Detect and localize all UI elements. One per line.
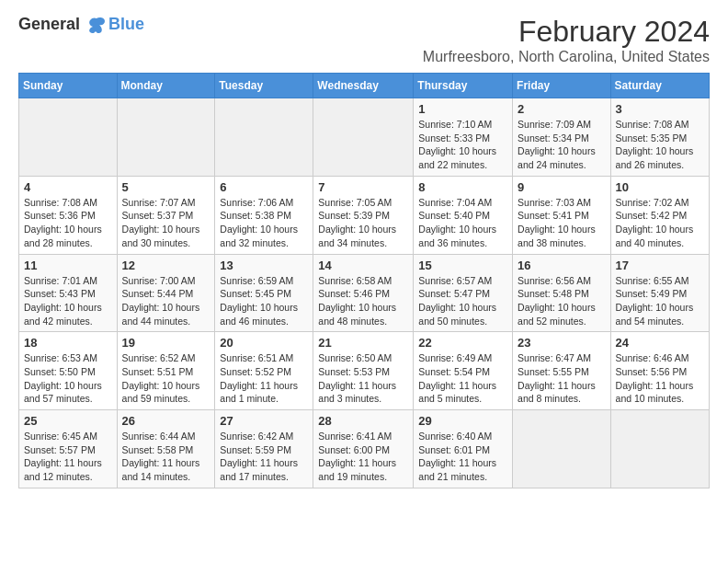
day-header-monday: Monday bbox=[117, 74, 215, 98]
day-number: 24 bbox=[616, 336, 704, 350]
day-header-wednesday: Wednesday bbox=[313, 74, 414, 98]
calendar-cell: 4Sunrise: 7:08 AMSunset: 5:36 PMDaylight… bbox=[19, 176, 118, 254]
day-header-friday: Friday bbox=[513, 74, 611, 98]
day-detail: Sunrise: 7:08 AMSunset: 5:35 PMDaylight:… bbox=[616, 118, 704, 172]
calendar-cell: 16Sunrise: 6:56 AMSunset: 5:48 PMDayligh… bbox=[513, 254, 611, 332]
day-detail: Sunrise: 7:01 AMSunset: 5:43 PMDaylight:… bbox=[24, 274, 112, 328]
calendar-cell: 28Sunrise: 6:41 AMSunset: 6:00 PMDayligh… bbox=[313, 410, 414, 488]
day-number: 10 bbox=[616, 180, 704, 194]
day-header-tuesday: Tuesday bbox=[215, 74, 313, 98]
calendar-cell: 6Sunrise: 7:06 AMSunset: 5:38 PMDaylight… bbox=[215, 176, 313, 254]
calendar-cell: 22Sunrise: 6:49 AMSunset: 5:54 PMDayligh… bbox=[414, 332, 513, 410]
day-number: 19 bbox=[122, 336, 210, 350]
logo: General Blue bbox=[18, 15, 144, 35]
calendar-week-3: 11Sunrise: 7:01 AMSunset: 5:43 PMDayligh… bbox=[19, 254, 710, 332]
day-detail: Sunrise: 7:10 AMSunset: 5:33 PMDaylight:… bbox=[418, 118, 507, 172]
day-detail: Sunrise: 7:05 AMSunset: 5:39 PMDaylight:… bbox=[318, 196, 408, 250]
day-number: 6 bbox=[220, 180, 308, 194]
day-number: 25 bbox=[24, 414, 112, 428]
day-number: 20 bbox=[220, 336, 308, 350]
day-number: 17 bbox=[616, 259, 704, 272]
day-detail: Sunrise: 7:04 AMSunset: 5:40 PMDaylight:… bbox=[418, 196, 507, 250]
day-number: 8 bbox=[418, 180, 507, 194]
day-number: 23 bbox=[518, 336, 606, 350]
page-subtitle: Murfreesboro, North Carolina, United Sta… bbox=[423, 49, 710, 65]
day-number: 26 bbox=[122, 414, 210, 428]
logo-general: General bbox=[18, 15, 80, 33]
calendar-cell: 27Sunrise: 6:42 AMSunset: 5:59 PMDayligh… bbox=[215, 410, 313, 488]
day-number: 4 bbox=[24, 180, 112, 194]
day-detail: Sunrise: 7:07 AMSunset: 5:37 PMDaylight:… bbox=[122, 196, 210, 250]
calendar-cell: 13Sunrise: 6:59 AMSunset: 5:45 PMDayligh… bbox=[215, 254, 313, 332]
day-number: 27 bbox=[220, 414, 308, 428]
day-detail: Sunrise: 7:03 AMSunset: 5:41 PMDaylight:… bbox=[518, 196, 606, 250]
day-header-thursday: Thursday bbox=[414, 74, 513, 98]
day-number: 2 bbox=[518, 102, 606, 116]
calendar-cell: 20Sunrise: 6:51 AMSunset: 5:52 PMDayligh… bbox=[215, 332, 313, 410]
calendar-cell: 11Sunrise: 7:01 AMSunset: 5:43 PMDayligh… bbox=[19, 254, 118, 332]
calendar-cell bbox=[313, 98, 414, 177]
calendar-cell: 1Sunrise: 7:10 AMSunset: 5:33 PMDaylight… bbox=[414, 98, 513, 177]
day-detail: Sunrise: 6:41 AMSunset: 6:00 PMDaylight:… bbox=[318, 430, 408, 484]
day-detail: Sunrise: 6:51 AMSunset: 5:52 PMDaylight:… bbox=[220, 351, 308, 406]
calendar-week-5: 25Sunrise: 6:45 AMSunset: 5:57 PMDayligh… bbox=[19, 410, 710, 488]
day-number: 9 bbox=[518, 180, 606, 194]
day-number: 15 bbox=[418, 259, 507, 272]
day-detail: Sunrise: 6:59 AMSunset: 5:45 PMDaylight:… bbox=[220, 274, 308, 328]
day-detail: Sunrise: 6:50 AMSunset: 5:53 PMDaylight:… bbox=[318, 351, 408, 406]
calendar-cell bbox=[19, 98, 118, 177]
day-detail: Sunrise: 6:57 AMSunset: 5:47 PMDaylight:… bbox=[418, 274, 507, 328]
day-detail: Sunrise: 6:45 AMSunset: 5:57 PMDaylight:… bbox=[24, 430, 112, 484]
calendar-cell: 10Sunrise: 7:02 AMSunset: 5:42 PMDayligh… bbox=[610, 176, 709, 254]
logo-bird-icon bbox=[86, 15, 107, 35]
logo-blue: Blue bbox=[108, 15, 144, 34]
day-detail: Sunrise: 6:52 AMSunset: 5:51 PMDaylight:… bbox=[122, 351, 210, 406]
day-number: 16 bbox=[518, 259, 606, 272]
calendar-cell: 18Sunrise: 6:53 AMSunset: 5:50 PMDayligh… bbox=[19, 332, 118, 410]
calendar-cell: 5Sunrise: 7:07 AMSunset: 5:37 PMDaylight… bbox=[117, 176, 215, 254]
calendar-cell: 9Sunrise: 7:03 AMSunset: 5:41 PMDaylight… bbox=[513, 176, 611, 254]
calendar-week-1: 1Sunrise: 7:10 AMSunset: 5:33 PMDaylight… bbox=[19, 98, 710, 177]
day-detail: Sunrise: 6:47 AMSunset: 5:55 PMDaylight:… bbox=[518, 351, 606, 406]
day-detail: Sunrise: 6:44 AMSunset: 5:58 PMDaylight:… bbox=[122, 430, 210, 484]
day-detail: Sunrise: 6:46 AMSunset: 5:56 PMDaylight:… bbox=[616, 351, 704, 406]
calendar-cell bbox=[610, 410, 709, 488]
day-number: 14 bbox=[318, 259, 408, 272]
calendar-table: SundayMondayTuesdayWednesdayThursdayFrid… bbox=[18, 73, 710, 488]
calendar-cell bbox=[513, 410, 611, 488]
calendar-cell: 24Sunrise: 6:46 AMSunset: 5:56 PMDayligh… bbox=[610, 332, 709, 410]
calendar-cell bbox=[117, 98, 215, 177]
calendar-cell: 17Sunrise: 6:55 AMSunset: 5:49 PMDayligh… bbox=[610, 254, 709, 332]
day-detail: Sunrise: 7:02 AMSunset: 5:42 PMDaylight:… bbox=[616, 196, 704, 250]
day-header-sunday: Sunday bbox=[19, 74, 118, 98]
day-header-saturday: Saturday bbox=[610, 74, 709, 98]
calendar-cell: 3Sunrise: 7:08 AMSunset: 5:35 PMDaylight… bbox=[610, 98, 709, 177]
calendar-cell: 8Sunrise: 7:04 AMSunset: 5:40 PMDaylight… bbox=[414, 176, 513, 254]
calendar-cell: 7Sunrise: 7:05 AMSunset: 5:39 PMDaylight… bbox=[313, 176, 414, 254]
calendar-week-4: 18Sunrise: 6:53 AMSunset: 5:50 PMDayligh… bbox=[19, 332, 710, 410]
day-number: 11 bbox=[24, 259, 112, 272]
day-number: 22 bbox=[418, 336, 507, 350]
day-number: 5 bbox=[122, 180, 210, 194]
day-detail: Sunrise: 7:00 AMSunset: 5:44 PMDaylight:… bbox=[122, 274, 210, 328]
calendar-cell: 23Sunrise: 6:47 AMSunset: 5:55 PMDayligh… bbox=[513, 332, 611, 410]
calendar-cell: 19Sunrise: 6:52 AMSunset: 5:51 PMDayligh… bbox=[117, 332, 215, 410]
page-title: February 2024 bbox=[423, 15, 710, 49]
day-number: 7 bbox=[318, 180, 408, 194]
day-number: 13 bbox=[220, 259, 308, 272]
calendar-cell: 15Sunrise: 6:57 AMSunset: 5:47 PMDayligh… bbox=[414, 254, 513, 332]
day-detail: Sunrise: 6:55 AMSunset: 5:49 PMDaylight:… bbox=[616, 274, 704, 328]
calendar-cell: 26Sunrise: 6:44 AMSunset: 5:58 PMDayligh… bbox=[117, 410, 215, 488]
calendar-week-2: 4Sunrise: 7:08 AMSunset: 5:36 PMDaylight… bbox=[19, 176, 710, 254]
day-detail: Sunrise: 6:56 AMSunset: 5:48 PMDaylight:… bbox=[518, 274, 606, 328]
day-number: 12 bbox=[122, 259, 210, 272]
calendar-cell: 29Sunrise: 6:40 AMSunset: 6:01 PMDayligh… bbox=[414, 410, 513, 488]
day-detail: Sunrise: 6:42 AMSunset: 5:59 PMDaylight:… bbox=[220, 430, 308, 484]
title-block: February 2024 Murfreesboro, North Caroli… bbox=[423, 15, 710, 65]
calendar-cell: 14Sunrise: 6:58 AMSunset: 5:46 PMDayligh… bbox=[313, 254, 414, 332]
day-detail: Sunrise: 7:09 AMSunset: 5:34 PMDaylight:… bbox=[518, 118, 606, 172]
day-detail: Sunrise: 6:53 AMSunset: 5:50 PMDaylight:… bbox=[24, 351, 112, 406]
day-detail: Sunrise: 6:49 AMSunset: 5:54 PMDaylight:… bbox=[418, 351, 507, 406]
day-detail: Sunrise: 6:40 AMSunset: 6:01 PMDaylight:… bbox=[418, 430, 507, 484]
day-number: 29 bbox=[418, 414, 507, 428]
